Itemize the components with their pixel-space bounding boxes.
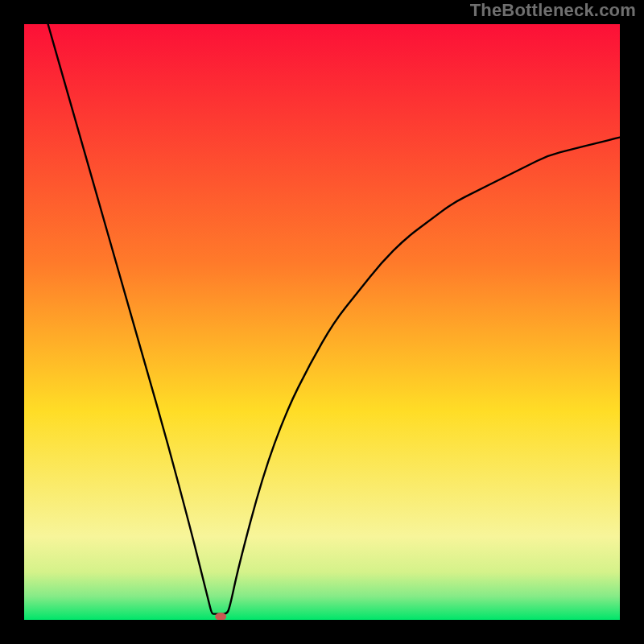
bottleneck-chart <box>24 24 620 620</box>
chart-frame: TheBottleneck.com <box>0 0 644 644</box>
gradient-background <box>24 24 620 620</box>
watermark-text: TheBottleneck.com <box>470 0 636 21</box>
